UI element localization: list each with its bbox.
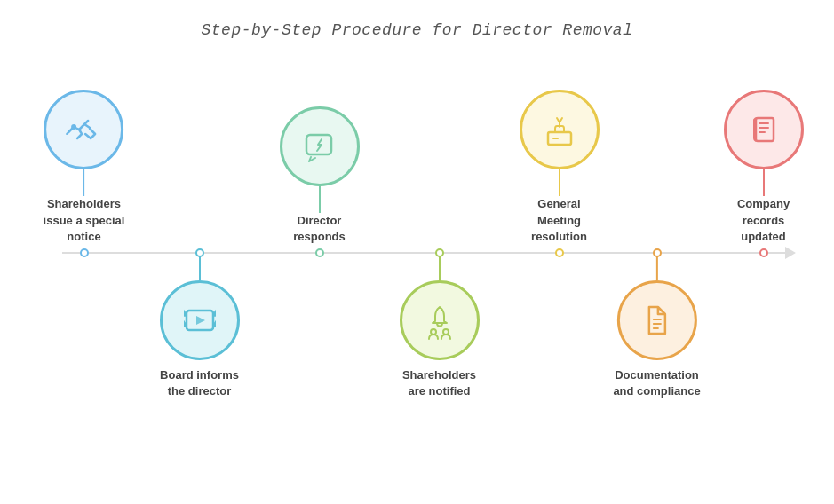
step-4-circle bbox=[400, 280, 480, 360]
step-3-label: Directorresponds bbox=[293, 213, 346, 245]
svg-marker-2 bbox=[196, 316, 205, 325]
step-7-circle bbox=[724, 90, 804, 169]
timeline-area: Shareholdersissue a specialnotice bbox=[36, 57, 799, 447]
step-1-dot bbox=[80, 248, 89, 257]
step-6-circle bbox=[617, 280, 697, 360]
step-7: Companyrecordsupdated bbox=[724, 90, 804, 252]
step-2-label: Board informsthe director bbox=[160, 367, 239, 399]
diagram-title: Step-by-Step Procedure for Director Remo… bbox=[202, 21, 633, 39]
step-1-circle bbox=[44, 90, 124, 169]
step-2: Board informsthe director bbox=[160, 254, 240, 399]
step-1: Shareholdersissue a specialnotice bbox=[44, 90, 125, 252]
step-5-label: GeneralMeetingresolution bbox=[531, 196, 587, 245]
step-7-label: Companyrecordsupdated bbox=[737, 196, 790, 245]
step-3-circle bbox=[280, 106, 360, 186]
step-5: GeneralMeetingresolution bbox=[520, 90, 600, 252]
step-5-dot bbox=[555, 248, 564, 257]
svg-rect-7 bbox=[756, 118, 774, 141]
step-6: Documentationand compliance bbox=[613, 254, 700, 399]
step-2-circle bbox=[160, 280, 240, 360]
step-6-label: Documentationand compliance bbox=[613, 367, 700, 399]
diagram-container: Step-by-Step Procedure for Director Remo… bbox=[18, 21, 817, 483]
svg-rect-6 bbox=[548, 132, 571, 145]
step-3-dot bbox=[315, 248, 324, 257]
step-2-dot bbox=[195, 248, 204, 257]
step-4-dot bbox=[435, 248, 444, 257]
step-3: Directorresponds bbox=[280, 106, 360, 252]
step-4-label: Shareholdersare notified bbox=[402, 367, 476, 399]
step-1-label: Shareholdersissue a specialnotice bbox=[44, 196, 125, 245]
step-7-dot bbox=[759, 248, 768, 257]
step-5-circle bbox=[520, 90, 600, 169]
step-6-dot bbox=[653, 248, 662, 257]
step-4: Shareholdersare notified bbox=[400, 254, 480, 399]
